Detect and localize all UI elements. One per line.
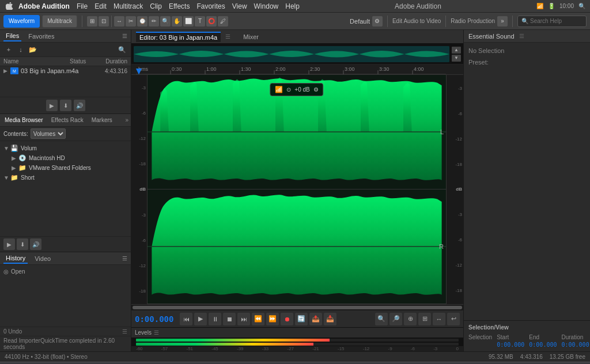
selection-tool[interactable]: ↔ bbox=[114, 16, 124, 26]
list-item[interactable]: ▶ M 03 Big in Japan.m4a 4:43.316 bbox=[0, 66, 131, 75]
history-open-icon: ◎ bbox=[3, 268, 9, 275]
tab-favorites[interactable]: Favorites bbox=[26, 32, 56, 41]
razor-tool[interactable]: ✂ bbox=[126, 16, 136, 26]
tree-item-short[interactable]: ▼ 📁 Short bbox=[0, 173, 131, 183]
file-list: ▶ M 03 Big in Japan.m4a 4:43.316 bbox=[0, 66, 131, 82]
input-btn[interactable]: 📥 bbox=[324, 313, 336, 325]
contents-select[interactable]: Volumes bbox=[31, 128, 66, 139]
history-menu-icon[interactable]: ☰ bbox=[122, 255, 127, 261]
media-play-btn[interactable]: ▶ bbox=[3, 238, 15, 250]
preset-row: Preset: bbox=[468, 59, 585, 66]
zoom-out-btn[interactable]: 🔎 bbox=[389, 313, 402, 325]
sv-end-value[interactable]: 0:00.000 bbox=[529, 342, 557, 348]
hand-tool[interactable]: ✋ bbox=[172, 16, 182, 26]
marquee-tool[interactable]: ⬜ bbox=[183, 16, 194, 26]
levels-menu-icon[interactable]: ☰ bbox=[154, 329, 159, 336]
menu-effects[interactable]: Effects bbox=[169, 2, 190, 10]
media-toolbar: ▶ ⬇ 🔊 bbox=[0, 236, 131, 252]
text-tool[interactable]: T bbox=[195, 16, 205, 26]
sv-end-label: End bbox=[529, 334, 557, 340]
waveform-btn[interactable]: Waveform bbox=[3, 15, 40, 28]
waveform-scrollbar[interactable] bbox=[131, 304, 463, 310]
go-to-start-btn[interactable]: ⏮ bbox=[180, 313, 192, 325]
essential-sound-menu-icon[interactable]: ☰ bbox=[519, 33, 524, 39]
default-settings-icon[interactable]: ⚙ bbox=[372, 16, 383, 26]
waveform-display: -3-6-12-18 dB -3-6-12-18 📶 ⊙ +0 dB ⚙ bbox=[131, 75, 463, 304]
zoom-in-btn[interactable]: 🔍 bbox=[375, 313, 388, 325]
tab-effects-rack[interactable]: Effects Rack bbox=[49, 116, 86, 124]
files-panel-menu[interactable]: ☰ bbox=[122, 33, 127, 39]
play-btn[interactable]: ▶ bbox=[194, 313, 207, 325]
toolbar-icon-2[interactable]: ⊡ bbox=[99, 16, 109, 26]
files-panel: Files Favorites ☰ + ↓ 📂 🔍 Name Status Du… bbox=[0, 30, 131, 114]
tree-label-short: Short bbox=[21, 175, 35, 181]
stop-btn[interactable]: ⏹ bbox=[223, 313, 236, 325]
tree-item-vmware[interactable]: ▶ 📁 VMware Shared Folders bbox=[0, 163, 131, 173]
media-import-btn[interactable]: ⬇ bbox=[17, 238, 28, 250]
undo-menu-icon[interactable]: ☰ bbox=[122, 328, 127, 335]
search-box[interactable]: 🔍 bbox=[517, 16, 587, 27]
undo-zoom-btn[interactable]: ↩ bbox=[447, 313, 460, 325]
zoom-all-btn[interactable]: ⊞ bbox=[418, 313, 431, 325]
import-btn-files[interactable]: ⬇ bbox=[60, 100, 71, 111]
history-item-open[interactable]: ◎ Open bbox=[3, 267, 127, 276]
overview-zoom-in[interactable]: ▲ bbox=[452, 47, 461, 54]
apple-menu-icon[interactable] bbox=[5, 2, 14, 11]
search-input[interactable] bbox=[530, 18, 582, 24]
menu-app[interactable]: Adobe Audition bbox=[18, 2, 70, 10]
zoom-timeline-btn[interactable]: ↔ bbox=[433, 313, 445, 325]
files-import-btn[interactable]: ↓ bbox=[16, 44, 26, 55]
pencil-tool[interactable]: 🖊 bbox=[218, 16, 228, 26]
edit-audio-to-video-label: Edit Audio to Video bbox=[392, 18, 441, 24]
speaker-btn-files[interactable]: 🔊 bbox=[74, 100, 85, 111]
timeline-ruler: hms 0:30 1:00 1:30 2:00 2:30 3:00 3:30 bbox=[131, 65, 463, 75]
sv-duration-value[interactable]: 0:00.000 bbox=[561, 342, 589, 348]
files-new-btn[interactable]: + bbox=[3, 44, 14, 55]
draw-tool[interactable]: ✏ bbox=[149, 16, 159, 26]
editor-tabs: Editor: 03 Big in Japan.m4a ☰ Mixer bbox=[131, 30, 463, 44]
menu-file[interactable]: File bbox=[77, 2, 88, 10]
menu-multitrack[interactable]: Multitrack bbox=[114, 2, 143, 10]
expand-workspace-icon[interactable]: » bbox=[497, 16, 508, 26]
menu-help[interactable]: Help bbox=[285, 2, 300, 10]
loop-btn[interactable]: 🔄 bbox=[295, 313, 308, 325]
pause-btn[interactable]: ⏸ bbox=[209, 313, 221, 325]
lasso-tool[interactable]: ⭕ bbox=[206, 16, 217, 26]
output-btn[interactable]: 📤 bbox=[309, 313, 322, 325]
selection-view-panel: Selection/View Selection Start 0:00.000 … bbox=[464, 320, 590, 351]
tab-media-browser[interactable]: Media Browser bbox=[2, 116, 46, 124]
sv-start-label: Start bbox=[497, 334, 524, 340]
menu-view[interactable]: View bbox=[232, 2, 247, 10]
media-tree: ▼ 💾 Volum ▶ 💿 Macintosh HD ▶ 📁 VMware Sh… bbox=[0, 141, 131, 236]
menu-window[interactable]: Window bbox=[254, 2, 279, 10]
go-to-end-btn[interactable]: ⏭ bbox=[237, 313, 250, 325]
toolbar-icon-1[interactable]: ⊞ bbox=[87, 16, 97, 26]
editor-tab-menu[interactable]: ☰ bbox=[225, 33, 230, 40]
multitrack-btn[interactable]: Multitrack bbox=[42, 15, 77, 28]
files-search-btn[interactable]: 🔍 bbox=[117, 44, 127, 55]
tab-markers[interactable]: Markers bbox=[89, 116, 115, 124]
record-btn[interactable]: ⏺ bbox=[281, 313, 293, 325]
level-bar-r-fill bbox=[136, 343, 313, 346]
tab-video[interactable]: Video bbox=[32, 254, 53, 263]
menu-edit[interactable]: Edit bbox=[94, 2, 107, 10]
sv-start-value[interactable]: 0:00.000 bbox=[497, 342, 524, 348]
tab-mixer[interactable]: Mixer bbox=[240, 32, 262, 41]
tab-editor[interactable]: Editor: 03 Big in Japan.m4a bbox=[136, 32, 221, 42]
play-btn-files[interactable]: ▶ bbox=[46, 100, 58, 111]
zoom-tool[interactable]: 🔍 bbox=[160, 16, 171, 26]
menu-favorites[interactable]: Favorites bbox=[196, 2, 225, 10]
zoom-sel-btn[interactable]: ⊕ bbox=[404, 313, 417, 325]
files-open-btn[interactable]: 📂 bbox=[28, 44, 38, 55]
rewind-btn[interactable]: ⏪ bbox=[252, 313, 264, 325]
menu-clip[interactable]: Clip bbox=[150, 2, 162, 10]
overview-zoom-out[interactable]: ▼ bbox=[452, 55, 461, 62]
tab-files[interactable]: Files bbox=[3, 31, 21, 41]
media-panel-expand[interactable]: » bbox=[125, 117, 128, 123]
tree-item-volumes[interactable]: ▼ 💾 Volum bbox=[0, 143, 131, 153]
media-speaker-btn[interactable]: 🔊 bbox=[30, 238, 41, 250]
fast-forward-btn[interactable]: ⏩ bbox=[266, 313, 279, 325]
tree-item-macintosh[interactable]: ▶ 💿 Macintosh HD bbox=[0, 153, 131, 163]
tab-history[interactable]: History bbox=[3, 253, 28, 264]
time-tool[interactable]: ⌚ bbox=[137, 16, 148, 26]
